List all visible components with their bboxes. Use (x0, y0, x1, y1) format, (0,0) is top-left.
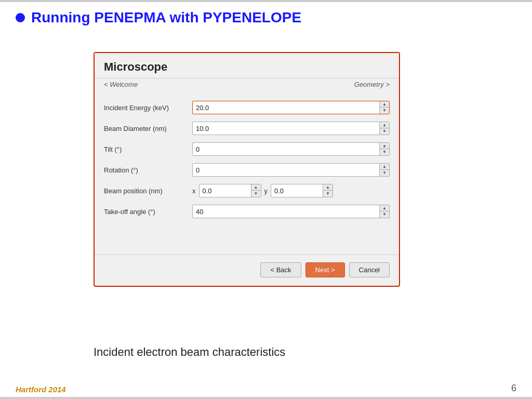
spin-down-rotation[interactable]: ▼ (380, 170, 389, 176)
header: Running PENEPMA with PYPENELOPE (16, 9, 516, 26)
spin-buttons-incident-energy: ▲ ▼ (379, 101, 389, 114)
label-rotation: Rotation (°) (104, 166, 192, 174)
spin-up-tilt[interactable]: ▲ (380, 143, 389, 149)
spinbox-beam-x[interactable]: ▲ ▼ (199, 184, 261, 197)
spin-buttons-rotation: ▲ ▼ (379, 164, 389, 176)
spin-buttons-beam-y: ▲ ▼ (323, 184, 332, 197)
field-beam-position: Beam position (nm) x ▲ ▼ y ▲ ▼ (104, 184, 390, 197)
input-wrap-takeoff-angle: ▲ ▼ (192, 205, 390, 218)
spinbox-beam-diameter[interactable]: ▲ ▼ (192, 122, 390, 135)
dialog-microscope: Microscope < Welcome Geometry > Incident… (94, 52, 400, 287)
spin-down-beam-y[interactable]: ▼ (323, 191, 332, 197)
spinbox-beam-y[interactable]: ▲ ▼ (271, 184, 333, 197)
spin-down-beam-diameter[interactable]: ▼ (380, 128, 389, 135)
input-beam-y[interactable] (271, 185, 323, 196)
bullet-dot (16, 13, 25, 22)
y-label: y (264, 187, 268, 195)
spin-buttons-tilt: ▲ ▼ (379, 143, 389, 155)
spin-down-beam-x[interactable]: ▼ (251, 191, 261, 197)
input-wrap-beam-diameter: ▲ ▼ (192, 122, 390, 135)
input-beam-diameter[interactable] (193, 123, 379, 134)
input-wrap-incident-energy: ▲ ▼ (192, 101, 390, 114)
input-incident-energy[interactable] (193, 102, 379, 113)
label-beam-diameter: Beam Diameter (nm) (104, 125, 192, 132)
input-beam-x[interactable] (200, 185, 251, 196)
dialog-title: Microscope (104, 60, 390, 74)
footer-left: Hartford 2014 (16, 385, 66, 394)
back-button[interactable]: < Back (260, 262, 301, 277)
field-rotation: Rotation (°) ▲ ▼ (104, 163, 390, 177)
spin-up-beam-x[interactable]: ▲ (251, 184, 261, 191)
beam-pos-wrap: x ▲ ▼ y ▲ ▼ (192, 184, 390, 197)
field-beam-diameter: Beam Diameter (nm) ▲ ▼ (104, 122, 390, 135)
label-beam-position: Beam position (nm) (104, 187, 192, 195)
spinbox-rotation[interactable]: ▲ ▼ (192, 163, 390, 177)
field-takeoff-angle: Take-off angle (°) ▲ ▼ (104, 205, 390, 218)
spin-up-rotation[interactable]: ▲ (380, 164, 389, 170)
input-tilt[interactable] (193, 144, 379, 155)
input-wrap-rotation: ▲ ▼ (192, 163, 390, 177)
dialog-footer: < Back Next > Cancel (95, 255, 399, 286)
dialog-nav: < Welcome Geometry > (95, 78, 399, 92)
spinbox-takeoff-angle[interactable]: ▲ ▼ (192, 205, 390, 218)
spin-buttons-beam-x: ▲ ▼ (251, 184, 261, 197)
slide-border-bottom (0, 397, 532, 399)
spin-up-beam-diameter[interactable]: ▲ (380, 122, 389, 128)
field-tilt: Tilt (°) ▲ ▼ (104, 142, 390, 156)
next-button[interactable]: Next > (305, 262, 345, 277)
spin-up-takeoff-angle[interactable]: ▲ (380, 205, 389, 211)
spin-up-beam-y[interactable]: ▲ (323, 184, 332, 191)
label-takeoff-angle: Take-off angle (°) (104, 208, 192, 216)
dialog-body: Incident Energy (keV) ▲ ▼ Beam Diameter … (95, 92, 399, 234)
spin-up-incident-energy[interactable]: ▲ (380, 101, 389, 108)
slide-border-top (0, 0, 532, 2)
cancel-button[interactable]: Cancel (349, 262, 390, 277)
nav-forward-label: Geometry > (354, 81, 390, 88)
spin-down-takeoff-angle[interactable]: ▼ (380, 211, 389, 218)
spin-down-tilt[interactable]: ▼ (380, 149, 389, 155)
input-takeoff-angle[interactable] (193, 206, 379, 217)
input-rotation[interactable] (193, 165, 379, 176)
x-label: x (192, 187, 196, 195)
dialog-title-bar: Microscope (95, 53, 399, 78)
field-incident-energy: Incident Energy (keV) ▲ ▼ (104, 101, 390, 114)
input-wrap-tilt: ▲ ▼ (192, 142, 390, 156)
slide-title: Running PENEPMA with PYPENELOPE (31, 9, 301, 26)
slide-caption: Incident electron beam characteristics (94, 345, 285, 359)
nav-back-label: < Welcome (104, 81, 138, 88)
label-incident-energy: Incident Energy (keV) (104, 104, 192, 112)
spin-buttons-takeoff-angle: ▲ ▼ (379, 205, 389, 218)
spinbox-incident-energy[interactable]: ▲ ▼ (192, 101, 390, 114)
spin-down-incident-energy[interactable]: ▼ (380, 108, 389, 114)
spin-buttons-beam-diameter: ▲ ▼ (379, 122, 389, 135)
footer-right: 6 (511, 383, 516, 394)
spinbox-tilt[interactable]: ▲ ▼ (192, 142, 390, 156)
label-tilt: Tilt (°) (104, 145, 192, 153)
